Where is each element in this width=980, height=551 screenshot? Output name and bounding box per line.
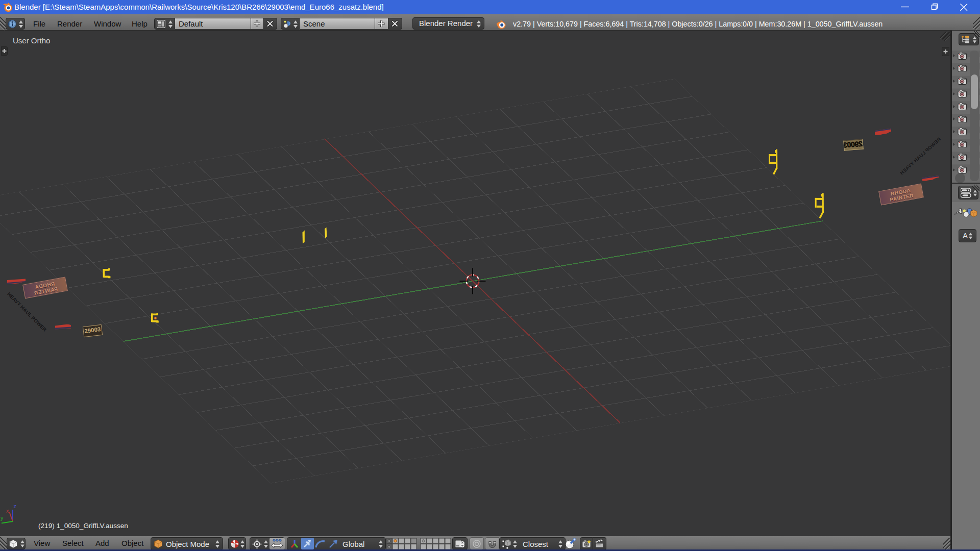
svg-text:y: y — [1, 515, 4, 521]
svg-text:z: z — [14, 503, 17, 509]
svg-text:x: x — [6, 508, 9, 514]
